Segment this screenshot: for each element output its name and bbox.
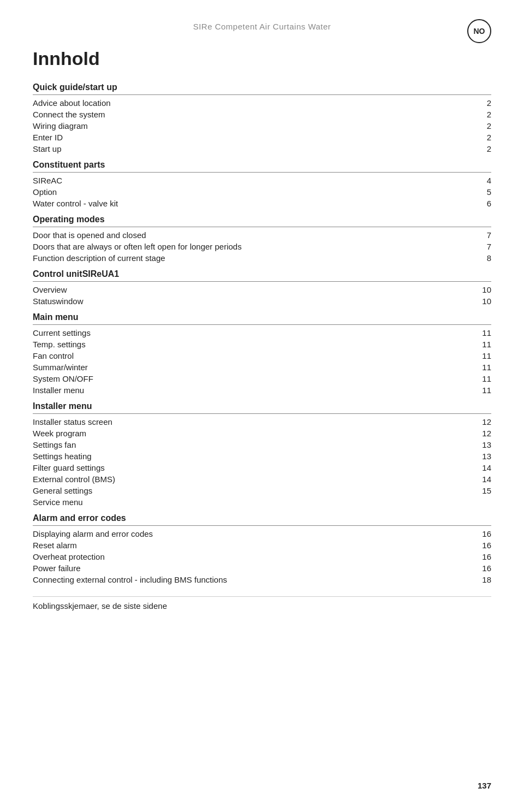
toc-section-alarm-codes: Alarm and error codesDisplaying alarm an… <box>33 513 491 585</box>
toc-item: Installer menu11 <box>33 384 491 396</box>
toc-item: System ON/OFF11 <box>33 373 491 384</box>
toc-item-page: 14 <box>469 463 491 472</box>
divider-installer-menu <box>33 413 491 414</box>
toc-item-page: 11 <box>469 386 491 395</box>
toc-item-label: Doors that are always or often left open… <box>33 242 469 251</box>
toc-item-page: 11 <box>469 363 491 372</box>
divider-alarm-codes <box>33 525 491 526</box>
toc-item: Advice about location2 <box>33 97 491 109</box>
toc-item-label: Start up <box>33 144 469 153</box>
page-number: 137 <box>478 781 491 790</box>
divider-operating-modes <box>33 227 491 227</box>
toc-section-operating-modes: Operating modesDoor that is opened and c… <box>33 215 491 264</box>
toc-item-label: Statuswindow <box>33 297 469 306</box>
section-heading-operating-modes: Operating modes <box>33 215 491 224</box>
toc-item-label: Current settings <box>33 328 469 337</box>
divider-main-menu <box>33 324 491 325</box>
toc-item: Overview10 <box>33 284 491 295</box>
toc-section-installer-menu: Installer menuInstaller status screen12W… <box>33 401 491 508</box>
toc-item-label: External control (BMS) <box>33 475 469 484</box>
toc-item: Water control - valve kit6 <box>33 198 491 209</box>
toc-section-quick-guide: Quick guide/start upAdvice about locatio… <box>33 82 491 155</box>
country-badge: NO <box>467 19 491 43</box>
divider-constituent-parts <box>33 172 491 173</box>
toc-item: Door that is opened and closed7 <box>33 229 491 241</box>
toc-item-label: Water control - valve kit <box>33 199 469 208</box>
toc-item-label: Settings fan <box>33 440 469 449</box>
section-heading-main-menu: Main menu <box>33 312 491 322</box>
toc-item-label: General settings <box>33 486 469 495</box>
toc-item-page: 7 <box>469 230 491 240</box>
toc-item: Summar/winter11 <box>33 361 491 373</box>
toc-item-label: Function description of current stage <box>33 253 469 263</box>
toc-section-main-menu: Main menuCurrent settings11Temp. setting… <box>33 312 491 396</box>
toc-item-label: Overview <box>33 285 469 294</box>
toc-item: Settings heating13 <box>33 451 491 462</box>
toc-item-page: 2 <box>469 98 491 108</box>
toc-item-page: 8 <box>469 253 491 263</box>
toc-section-control-unit: Control unitSIReUA1Overview10Statuswindo… <box>33 269 491 307</box>
toc-item: Power failure16 <box>33 562 491 574</box>
toc-item-label: Settings heating <box>33 452 469 461</box>
section-heading-quick-guide: Quick guide/start up <box>33 82 491 92</box>
toc-item-page: 6 <box>469 199 491 208</box>
toc-item-label: Temp. settings <box>33 340 469 349</box>
toc-item: Temp. settings11 <box>33 339 491 350</box>
toc-item-page: 10 <box>469 285 491 294</box>
toc-item-page: 16 <box>469 529 491 538</box>
divider-control-unit <box>33 281 491 282</box>
toc-item-page: 2 <box>469 110 491 119</box>
toc-item-page: 14 <box>469 475 491 484</box>
toc-item: Option5 <box>33 186 491 198</box>
toc-item-page: 18 <box>469 575 491 584</box>
toc-section-constituent-parts: Constituent partsSIReAC4Option5Water con… <box>33 160 491 209</box>
toc-item: Statuswindow10 <box>33 295 491 307</box>
toc-item-page: 5 <box>469 187 491 197</box>
toc-item-page: 12 <box>469 417 491 426</box>
toc-item: Current settings11 <box>33 327 491 339</box>
toc-item-label: Filter guard settings <box>33 463 469 472</box>
toc-item-page: 16 <box>469 564 491 573</box>
toc-item-page: 15 <box>469 486 491 495</box>
toc-item-page: 13 <box>469 440 491 449</box>
toc-item: Filter guard settings14 <box>33 462 491 473</box>
toc-item-page: 2 <box>469 121 491 131</box>
toc-item: Displaying alarm and error codes16 <box>33 528 491 540</box>
toc-item: Overheat protection16 <box>33 551 491 562</box>
toc-item: Enter ID2 <box>33 132 491 143</box>
toc-item-page: 16 <box>469 541 491 550</box>
toc-item-page: 11 <box>469 351 491 360</box>
document-series-title: SIRe Competent Air Curtains Water <box>193 22 331 31</box>
toc-item-page: 13 <box>469 452 491 461</box>
toc-item-label: Reset alarm <box>33 541 469 550</box>
toc-item-page: 2 <box>469 133 491 142</box>
toc-item-label: Connecting external control - including … <box>33 575 469 584</box>
toc-item-page: 16 <box>469 552 491 561</box>
toc-item-page: 2 <box>469 144 491 153</box>
toc-item-page: 7 <box>469 242 491 251</box>
toc-item-page: 11 <box>469 374 491 383</box>
document-title: Innhold <box>33 48 491 69</box>
page-header: SIRe Competent Air Curtains Water NO <box>33 22 491 32</box>
toc-item: Doors that are always or often left open… <box>33 241 491 252</box>
toc-item: Service menu <box>33 496 491 508</box>
toc-item-page: 4 <box>469 176 491 185</box>
toc-item-label: Service menu <box>33 497 469 507</box>
toc-item-label: Installer menu <box>33 386 469 395</box>
section-heading-control-unit: Control unitSIReUA1 <box>33 269 491 279</box>
toc-item: General settings15 <box>33 485 491 496</box>
toc-item: Connect the system2 <box>33 109 491 120</box>
toc-item: Settings fan13 <box>33 439 491 451</box>
toc-item-label: Option <box>33 187 469 197</box>
toc-item-label: Overheat protection <box>33 552 469 561</box>
divider-quick-guide <box>33 94 491 95</box>
toc-item-label: Summar/winter <box>33 363 469 372</box>
toc-item-label: Advice about location <box>33 98 469 108</box>
toc-item-label: Displaying alarm and error codes <box>33 529 469 538</box>
toc-item-page: 12 <box>469 429 491 438</box>
toc-item: Connecting external control - including … <box>33 574 491 585</box>
toc-item-label: Installer status screen <box>33 417 469 426</box>
toc-item: Function description of current stage8 <box>33 252 491 264</box>
note-text: Koblingsskjemaer, se de siste sidene <box>33 596 491 611</box>
toc-item-page: 10 <box>469 297 491 306</box>
